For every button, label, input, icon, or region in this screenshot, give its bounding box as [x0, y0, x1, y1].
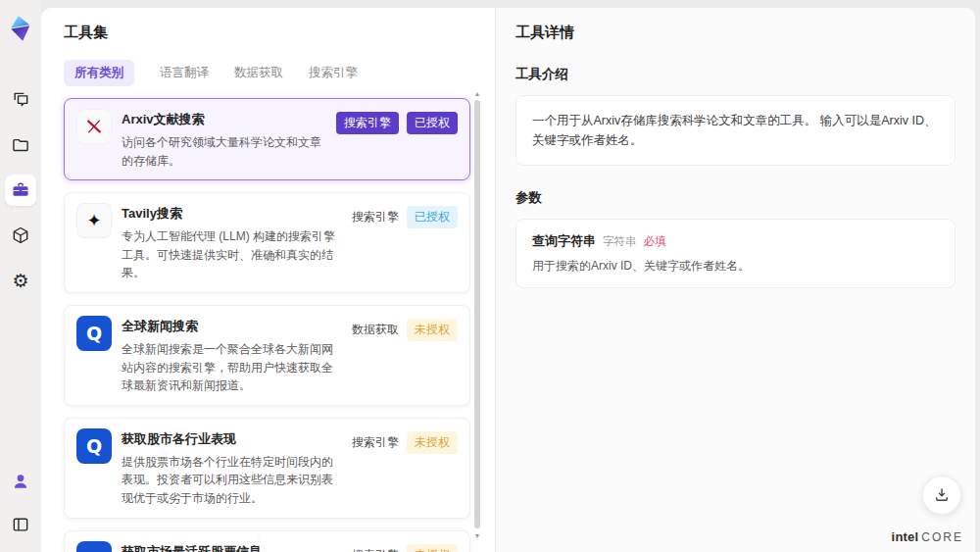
sidebar-item-models[interactable]: [5, 220, 36, 251]
page-title: 工具集: [64, 24, 495, 42]
tool-card-most-active-stocks[interactable]: Q 获取市场最活跃股票信息 提供当天交易量最高的股票列表，投资者可以利用这些信息…: [64, 530, 470, 552]
arxiv-logo-icon: [84, 117, 104, 136]
sidebar-item-toolbox[interactable]: [5, 175, 36, 206]
q-news-logo-icon: Q: [86, 548, 102, 552]
sidebar-item-files[interactable]: [5, 129, 36, 161]
intel-core-logo: intel CORE: [892, 529, 963, 544]
brand-core-text: CORE: [921, 530, 963, 544]
detail-title: 工具详情: [515, 24, 956, 42]
tab-language-translation[interactable]: 语言翻译: [160, 60, 209, 86]
param-required-flag: 必填: [644, 234, 666, 249]
left-sidebar: ⚙: [0, 0, 41, 552]
parameter-item: 查询字符串 字符串 必填 用于搜索的Arxiv ID、关键字或作者姓名。: [515, 219, 956, 288]
avatar-icon: [11, 472, 30, 491]
tool-card-tavily[interactable]: ✦ Tavily搜索 专为人工智能代理 (LLM) 构建的搜索引擎工具。可快速提…: [64, 192, 470, 293]
tool-card-sector-performance[interactable]: Q 获取股市各行业表现 提供股票市场各个行业在特定时间段内的表现。投资者可以利用…: [64, 418, 470, 519]
tool-intro-text: 一个用于从Arxiv存储库搜索科学论文和文章的工具。 输入可以是Arxiv ID…: [515, 95, 956, 166]
tool-card-global-news[interactable]: Q 全球新闻搜索 全球新闻搜索是一个聚合全球各大新闻网站内容的搜索引擎，帮助用户…: [64, 305, 470, 406]
params-heading: 参数: [515, 189, 956, 207]
tool-card-arxiv[interactable]: Arxiv文献搜索 访问各个研究领域大量科学论文和文章的存储库。 搜索引擎 已授…: [64, 98, 470, 180]
scrollbar-up-icon[interactable]: ▲: [473, 90, 481, 98]
category-tabs: 所有类别 语言翻译 数据获取 搜索引擎: [64, 60, 495, 86]
chat-icon: [11, 90, 30, 110]
tool-list: Arxiv文献搜索 访问各个研究领域大量科学论文和文章的存储库。 搜索引擎 已授…: [64, 98, 470, 552]
sidebar-item-settings[interactable]: ⚙: [5, 265, 36, 296]
scrollbar-thumb[interactable]: [474, 100, 480, 528]
panel-toggle-icon: [11, 515, 30, 534]
tool-description: 专为人工智能代理 (LLM) 构建的搜索引擎工具。可快速提供实时、准确和真实的结…: [122, 227, 342, 282]
scrollbar-down-icon[interactable]: ▼: [473, 532, 481, 540]
auth-status-badge: 未授权: [407, 431, 458, 454]
param-description: 用于搜索的Arxiv ID、关键字或作者姓名。: [532, 258, 939, 275]
tool-title: 获取市场最活跃股票信息: [122, 543, 342, 552]
tool-title: 全球新闻搜索: [122, 318, 342, 335]
tool-title: 获取股市各行业表现: [122, 430, 342, 448]
tab-search-engine[interactable]: 搜索引擎: [309, 60, 358, 86]
tab-data-acquisition[interactable]: 数据获取: [234, 60, 283, 86]
sidebar-item-chat[interactable]: [5, 84, 36, 116]
toolset-panel: 工具集 所有类别 语言翻译 数据获取 搜索引擎 Arxiv文献搜索 访问各个研究…: [41, 8, 495, 552]
tavily-logo-icon: ✦: [86, 212, 101, 229]
toolbox-icon: [11, 180, 30, 200]
q-news-logo-icon: Q: [86, 323, 102, 344]
category-label: 搜索引擎: [352, 209, 399, 226]
brand-intel-text: intel: [892, 529, 919, 544]
q-news-logo-icon: Q: [86, 435, 102, 457]
cube-icon: [11, 226, 30, 245]
user-avatar[interactable]: [5, 466, 36, 497]
tool-description: 提供股票市场各个行业在特定时间段内的表现。投资者可以利用这些信息来识别表现优于或…: [122, 453, 342, 508]
auth-status-badge: 未授权: [407, 544, 458, 552]
folder-icon: [11, 135, 30, 155]
main-window: 工具集 所有类别 语言翻译 数据获取 搜索引擎 Arxiv文献搜索 访问各个研究…: [41, 8, 975, 552]
gear-icon: ⚙: [12, 272, 28, 290]
tool-detail-panel: 工具详情 工具介绍 一个用于从Arxiv存储库搜索科学论文和文章的工具。 输入可…: [495, 8, 975, 552]
param-type: 字符串: [603, 234, 637, 249]
app-logo-icon: [8, 14, 33, 43]
tab-all-categories[interactable]: 所有类别: [64, 60, 134, 86]
download-button[interactable]: [922, 476, 961, 515]
tool-description: 访问各个研究领域大量科学论文和文章的存储库。: [122, 133, 326, 170]
auth-status-badge: 已授权: [407, 206, 458, 228]
category-label: 搜索引擎: [352, 547, 399, 552]
category-badge: 搜索引擎: [336, 112, 399, 134]
param-name: 查询字符串: [532, 232, 596, 250]
download-icon: [933, 486, 951, 504]
tool-description: 全球新闻搜索是一个聚合全球各大新闻网站内容的搜索引擎，帮助用户快速获取全球最新资…: [122, 340, 342, 395]
category-label: 搜索引擎: [352, 434, 399, 451]
tool-title: Arxiv文献搜索: [122, 111, 326, 128]
list-scrollbar[interactable]: ▲ ▼: [473, 90, 481, 546]
auth-status-badge: 未授权: [407, 319, 458, 341]
collapse-panel-button[interactable]: [5, 509, 36, 540]
category-label: 数据获取: [352, 322, 399, 338]
intro-heading: 工具介绍: [515, 66, 956, 83]
tool-title: Tavily搜索: [122, 205, 342, 223]
auth-status-badge: 已授权: [407, 112, 458, 134]
